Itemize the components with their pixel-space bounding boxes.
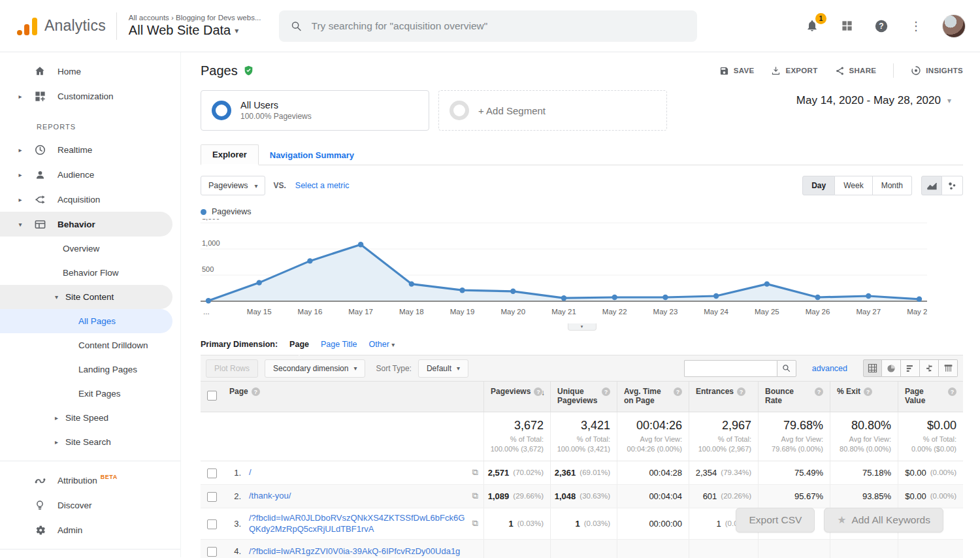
sidebar-item-landing-pages[interactable]: Landing Pages (0, 357, 180, 382)
dimension-page[interactable]: Page (289, 340, 309, 349)
export-button[interactable]: EXPORT (771, 66, 817, 76)
sidebar-item-site-content[interactable]: ▾Site Content (0, 285, 172, 309)
sidebar-item-admin[interactable]: Admin (0, 517, 180, 542)
sort-type-select[interactable]: Default ▾ (418, 359, 468, 378)
column-header-bounce-rate[interactable]: Bounce Rate? (758, 382, 830, 412)
open-report-icon[interactable]: ⧉ (468, 467, 478, 478)
global-search[interactable] (279, 10, 697, 42)
add-segment-button[interactable]: + Add Segment (438, 90, 667, 131)
row-checkbox[interactable] (207, 492, 217, 502)
comparison-view-button[interactable] (920, 359, 939, 377)
advanced-filter-link[interactable]: advanced (812, 364, 847, 373)
add-all-keywords-button[interactable]: ★ Add All Keywords (824, 508, 943, 533)
motion-chart-button[interactable] (942, 176, 963, 195)
insights-button[interactable]: INSIGHTS (911, 65, 963, 76)
apps-grid-button[interactable] (838, 18, 855, 35)
column-header-unique-pageviews[interactable]: Unique Pageviews? (550, 382, 617, 412)
expander-arrow-icon[interactable]: ▸ (16, 196, 25, 203)
table-search-button[interactable] (777, 360, 796, 377)
granularity-month[interactable]: Month (873, 176, 912, 195)
sort-desc-icon[interactable]: ↓ (541, 388, 545, 397)
column-header-pageviews[interactable]: Pageviews?↓ (483, 382, 550, 412)
expander-arrow-icon[interactable]: ▸ (55, 414, 63, 421)
line-chart-svg[interactable]: 5001,0001,500...May 15May 16May 17May 18… (201, 219, 927, 323)
open-report-icon[interactable]: ⧉ (468, 491, 478, 501)
column-header--exit[interactable]: % Exit? (830, 382, 898, 412)
select-all-checkbox[interactable] (207, 391, 217, 401)
expander-arrow-icon[interactable]: ▸ (55, 438, 63, 446)
tab-navigation-summary[interactable]: Navigation Summary (259, 146, 365, 165)
plot-rows-button[interactable]: Plot Rows (206, 359, 258, 378)
sidebar-item-acquisition[interactable]: ▸Acquisition (0, 187, 180, 212)
performance-view-button[interactable] (901, 359, 920, 377)
search-input[interactable] (312, 20, 686, 32)
sidebar-item-behavior-flow[interactable]: Behavior Flow (0, 261, 180, 285)
export-csv-button[interactable]: Export CSV (736, 508, 815, 533)
row-checkbox[interactable] (207, 519, 217, 529)
granularity-day[interactable]: Day (802, 176, 835, 195)
row-checkbox[interactable] (207, 468, 217, 478)
data-view-button[interactable] (863, 359, 882, 377)
select-metric-link[interactable]: Select a metric (295, 181, 350, 190)
sidebar-item-site-speed[interactable]: ▸Site Speed (0, 406, 180, 430)
sidebar-item-audience[interactable]: ▸Audience (0, 162, 180, 187)
page-link[interactable]: /?fbclid=IwAR1gzZVI0V0ia-39AkQ-6IPfcvRzD… (249, 546, 460, 557)
open-report-icon[interactable]: ⧉ (468, 518, 478, 529)
help-icon[interactable]: ? (252, 387, 260, 396)
column-header-page[interactable]: Page? (223, 382, 483, 412)
help-icon[interactable]: ? (948, 387, 956, 396)
sidebar-item-all-pages[interactable]: All Pages (0, 309, 172, 333)
date-range-picker[interactable]: May 14, 2020 - May 28, 2020 ▾ (796, 94, 951, 107)
expander-arrow-icon[interactable]: ▾ (55, 293, 63, 301)
sidebar-item-attribution[interactable]: AttributionBETA (0, 468, 180, 493)
sidebar-item-exit-pages[interactable]: Exit Pages (0, 382, 180, 406)
notifications-button[interactable]: 1 (804, 18, 821, 35)
expander-arrow-icon[interactable]: ▸ (16, 93, 25, 100)
help-icon[interactable]: ? (815, 387, 823, 396)
share-button[interactable]: SHARE (835, 66, 877, 76)
column-header-entrances[interactable]: Entrances? (689, 382, 758, 412)
annotations-toggle[interactable]: ▾ (568, 323, 596, 331)
percentage-view-button[interactable] (882, 359, 901, 377)
dimension-other[interactable]: Other ▾ (369, 340, 395, 349)
column-header-page-value[interactable]: Page Value? (898, 382, 963, 412)
help-icon[interactable]: ? (864, 387, 872, 396)
metric-select[interactable]: Pageviews ▾ (201, 176, 265, 195)
page-link[interactable]: /?fbclid=IwAR0JLDboRVszQNkXS4ZKTSSfDwL6b… (249, 512, 466, 535)
sidebar-item-overview[interactable]: Overview (0, 237, 180, 261)
pivot-view-button[interactable] (939, 359, 958, 377)
more-menu-button[interactable]: ⋮ (907, 18, 924, 35)
expander-arrow-icon[interactable]: ▸ (16, 171, 25, 178)
account-picker[interactable]: All accounts › Blogging for Devs webs...… (129, 14, 261, 38)
help-button[interactable]: ? (873, 18, 890, 35)
user-avatar[interactable] (942, 14, 966, 38)
tab-explorer[interactable]: Explorer (201, 144, 259, 165)
granularity-week[interactable]: Week (835, 176, 872, 195)
line-chart-button[interactable] (921, 176, 942, 195)
sidebar-item-content-drilldown[interactable]: Content Drilldown (0, 333, 180, 357)
segment-all-users[interactable]: All Users 100.00% Pageviews (201, 90, 429, 131)
dimension-page-title[interactable]: Page Title (321, 340, 357, 349)
table-search-input[interactable] (684, 360, 777, 377)
page-link[interactable]: /thank-you/ (249, 490, 291, 502)
sidebar-item-realtime[interactable]: ▸Realtime (0, 137, 180, 162)
sidebar-collapse-button[interactable]: ‹ (0, 556, 180, 557)
sidebar-item-discover[interactable]: Discover (0, 493, 180, 517)
selected-caret (295, 354, 303, 359)
search-icon (782, 364, 791, 372)
sidebar-item-customization[interactable]: ▸Customization (0, 84, 180, 108)
row-checkbox[interactable] (207, 547, 217, 557)
sidebar-item-site-search[interactable]: ▸Site Search (0, 430, 180, 454)
secondary-dimension-select[interactable]: Secondary dimension ▾ (265, 359, 365, 378)
column-header-avg-time-on-page[interactable]: Avg. Time on Page? (617, 382, 689, 412)
analytics-logo[interactable]: Analytics (16, 15, 106, 37)
help-icon[interactable]: ? (674, 387, 682, 396)
save-button[interactable]: SAVE (719, 66, 755, 76)
help-icon[interactable]: ? (602, 387, 610, 396)
help-icon[interactable]: ? (737, 387, 745, 396)
expander-arrow-icon[interactable]: ▾ (16, 221, 25, 228)
sidebar-item-home[interactable]: Home (0, 59, 180, 84)
page-link[interactable]: / (249, 467, 252, 478)
expander-arrow-icon[interactable]: ▸ (16, 146, 25, 154)
sidebar-item-behavior[interactable]: ▾Behavior (0, 212, 172, 237)
